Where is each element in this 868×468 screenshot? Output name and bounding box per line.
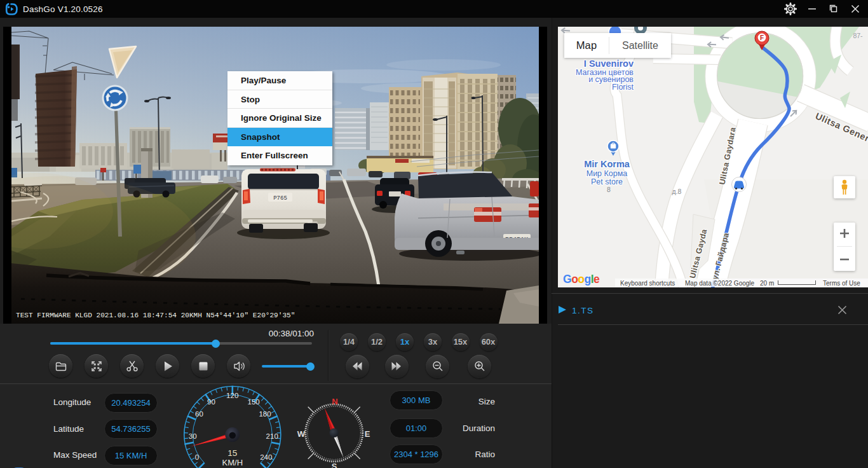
svg-text:87-: 87- [853,32,863,39]
svg-text:0: 0 [195,453,199,461]
svg-text:15: 15 [227,448,237,458]
svg-text:Florist: Florist [612,83,634,92]
svg-text:P765: P765 [273,195,287,202]
svg-text:Mir Korma: Mir Korma [584,159,630,169]
svg-text:F: F [760,34,764,41]
svg-text:W: W [297,429,306,439]
svg-text:Pet store: Pet store [591,177,623,186]
svg-text:180: 180 [259,410,271,418]
svg-text:8: 8 [607,186,611,193]
svg-text:N: N [332,397,337,406]
svg-text:240: 240 [260,453,272,461]
svg-text:90: 90 [207,398,215,406]
svg-text:KM/H: KM/H [222,458,243,467]
svg-text:60: 60 [195,410,203,418]
svg-text:210: 210 [266,432,278,440]
svg-text:150: 150 [248,398,260,406]
svg-text:30: 30 [189,432,197,440]
svg-text:д.8: д.8 [672,188,682,195]
svg-text:TEST FIRMWARE KLGD 2021.08.16: TEST FIRMWARE KLGD 2021.08.16 18:47:54 2… [16,312,295,319]
svg-text:120: 120 [226,392,238,399]
svg-text:E: E [365,429,370,439]
svg-text:S: S [332,462,337,468]
